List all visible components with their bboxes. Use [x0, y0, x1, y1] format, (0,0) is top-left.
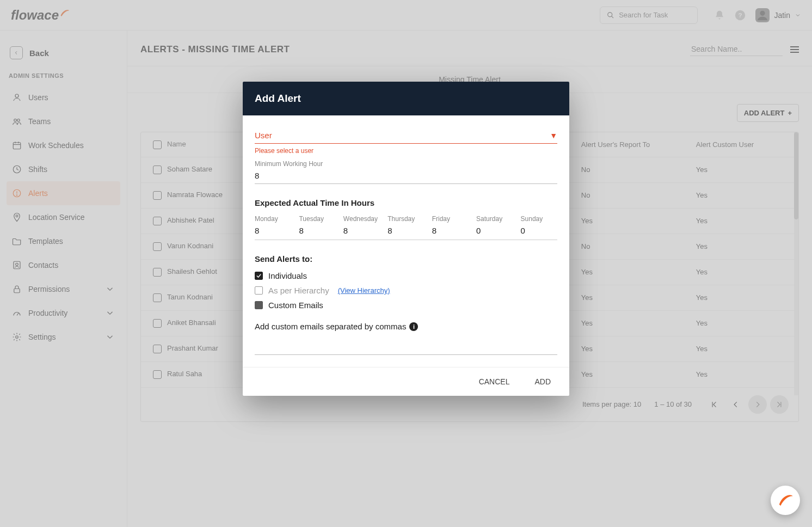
day-value: 8 [343, 226, 380, 235]
day-col[interactable]: Wednesday8 [343, 215, 380, 235]
send-alerts-title: Send Alerts to: [255, 254, 557, 264]
opt-individuals[interactable]: Individuals [255, 271, 557, 280]
user-select-error: Please select a user [255, 147, 557, 155]
view-hierarchy-link[interactable]: (View Hierarchy) [338, 286, 390, 295]
user-select-label: User [255, 131, 272, 140]
add-alert-modal: Add Alert User ▼ Please select a user Mi… [243, 82, 569, 396]
day-col[interactable]: Monday8 [255, 215, 291, 235]
opt-custom-emails[interactable]: Custom Emails [255, 301, 557, 310]
opt-hierarchy[interactable]: As per Hierarchy (View Hierarchy) [255, 286, 557, 295]
day-col[interactable]: Sunday0 [521, 215, 557, 235]
day-value: 8 [255, 226, 291, 235]
min-hour-input[interactable] [255, 168, 557, 184]
opt-hierarchy-label: As per Hierarchy [268, 286, 329, 295]
user-select-field[interactable]: User ▼ Please select a user [255, 131, 557, 155]
opt-individuals-label: Individuals [268, 271, 307, 280]
help-fab[interactable] [771, 486, 800, 515]
day-col[interactable]: Thursday8 [387, 215, 424, 235]
day-value: 0 [476, 226, 513, 235]
checkbox-empty-icon [255, 286, 263, 295]
day-label: Wednesday [343, 215, 380, 223]
add-button[interactable]: ADD [534, 377, 551, 386]
min-hour-label: Minimum Working Hour [255, 160, 557, 168]
custom-emails-label: Add custom emails separated by commas [255, 322, 406, 331]
info-icon[interactable]: i [409, 322, 418, 331]
day-col[interactable]: Friday8 [432, 215, 469, 235]
day-value: 8 [299, 226, 335, 235]
day-col[interactable]: Tuesday8 [299, 215, 335, 235]
modal-scrim[interactable]: Add Alert User ▼ Please select a user Mi… [0, 0, 812, 527]
day-col[interactable]: Saturday0 [476, 215, 513, 235]
day-value: 8 [387, 226, 424, 235]
checkbox-checked-icon [255, 272, 263, 280]
opt-custom-label: Custom Emails [268, 301, 323, 310]
cancel-button[interactable]: CANCEL [479, 377, 510, 386]
expected-time-title: Expected Actual Time In Hours [255, 198, 557, 207]
day-label: Thursday [387, 215, 424, 223]
checkbox-dark-icon [255, 301, 263, 309]
day-label: Monday [255, 215, 291, 223]
custom-emails-input[interactable] [255, 339, 557, 355]
caret-down-icon: ▼ [550, 131, 557, 140]
modal-title: Add Alert [243, 82, 569, 115]
day-value: 8 [432, 226, 469, 235]
days-row: Monday8Tuesday8Wednesday8Thursday8Friday… [255, 215, 557, 240]
day-label: Sunday [521, 215, 557, 223]
day-label: Saturday [476, 215, 513, 223]
day-label: Friday [432, 215, 469, 223]
day-label: Tuesday [299, 215, 335, 223]
day-value: 0 [521, 226, 557, 235]
